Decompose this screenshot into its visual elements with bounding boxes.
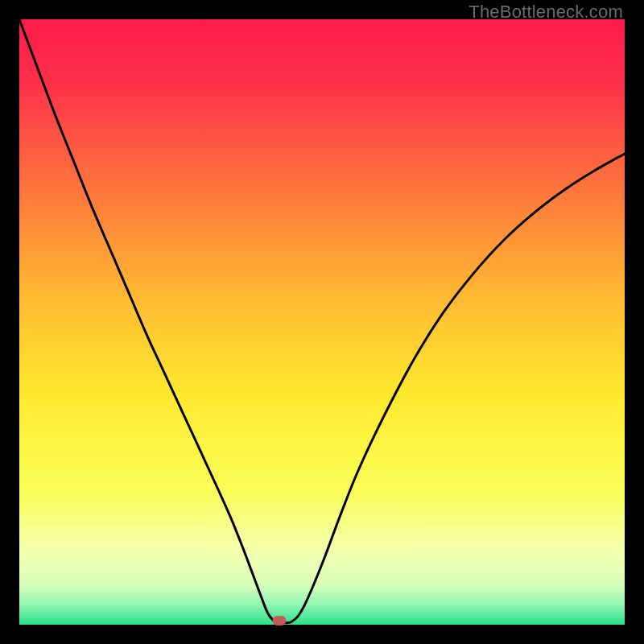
gradient-background xyxy=(19,19,625,625)
watermark-text: TheBottleneck.com xyxy=(469,2,623,23)
chart-frame xyxy=(19,19,625,625)
bottleneck-chart xyxy=(19,19,625,625)
optimal-point-marker xyxy=(273,616,287,625)
